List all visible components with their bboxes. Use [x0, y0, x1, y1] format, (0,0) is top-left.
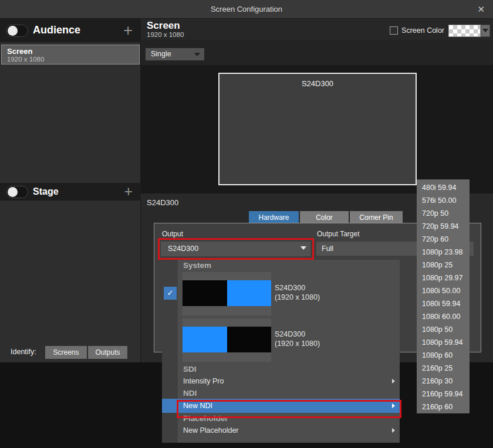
screen-title: Screen [147, 20, 180, 32]
title-bar: Screen Configuration ✕ [0, 0, 493, 19]
output-target-dropdown-value: Full [322, 245, 333, 253]
chevron-down-icon [482, 29, 488, 32]
check-icon: ✓ [164, 287, 177, 300]
output-menu-item-new-placeholder[interactable]: New Placeholder [162, 424, 400, 437]
identify-screens-button[interactable]: Screens [45, 346, 87, 359]
audience-section-header: Audience + [0, 19, 141, 42]
resolution-menu: 480i 59.94576i 50.00720p 50720p 59.94720… [417, 179, 470, 413]
layout-dropdown-value: Single [151, 50, 171, 58]
output-menu-display-option[interactable]: S24D300(1920 x 1080) [178, 317, 400, 364]
display-option-resolution: (1920 x 1080) [275, 339, 320, 348]
layout-toolbar: Single [141, 40, 493, 65]
screen-color-control: Screen Color [390, 24, 490, 37]
submenu-arrow-icon [392, 428, 395, 433]
resolution-menu-item[interactable]: 1080p 29.97 [417, 271, 470, 284]
resolution-menu-item[interactable]: 1080p 59.94 [417, 336, 470, 349]
display-option-resolution: (1920 x 1080) [275, 293, 320, 302]
resolution-menu-item[interactable]: 2160p 60 [417, 401, 470, 413]
stage-section-header: Stage + [0, 183, 141, 201]
display-option-name: S24D300 [275, 283, 320, 293]
audience-toggle[interactable] [6, 25, 28, 37]
monitor-black [183, 280, 227, 306]
display-option-label: S24D300(1920 x 1080) [275, 330, 320, 348]
screen-color-checkbox[interactable] [390, 26, 398, 35]
window-title: Screen Configuration [0, 5, 493, 13]
screen-preview-label: S24D300 [220, 79, 416, 88]
tab-hardware[interactable]: Hardware [249, 211, 299, 224]
resolution-menu-item[interactable]: 2160p 25 [417, 362, 470, 375]
screen-configuration-window: Screen Configuration ✕ Audience + Screen… [0, 0, 493, 448]
screen-header: Screen 1920 x 1080 Screen Color [141, 19, 493, 40]
resolution-menu-item[interactable]: 1080i 59.94 [417, 297, 470, 310]
close-icon[interactable]: ✕ [477, 4, 485, 15]
resolution-menu-item[interactable]: 1080p 50 [417, 323, 470, 336]
display-thumbnail-monitors [183, 327, 271, 352]
monitor-blue [183, 327, 227, 352]
resolution-menu-item[interactable]: 2160p 59.94 [417, 388, 470, 401]
add-audience-screen-icon[interactable]: + [123, 23, 133, 39]
highlight-box-new-ndi [177, 400, 401, 418]
toggle-knob [8, 26, 18, 36]
display-option-name: S24D300 [275, 330, 320, 339]
output-section-title: S24D300 [147, 198, 178, 207]
layout-dropdown[interactable]: Single [146, 48, 204, 60]
output-menu-section-header-system: System [178, 260, 400, 271]
resolution-menu-item[interactable]: 1080i 60.00 [417, 310, 470, 323]
sidebar: Audience + Screen 1920 x 1080 Stage + Id… [0, 19, 141, 362]
add-stage-screen-icon[interactable]: + [124, 184, 133, 199]
display-thumbnail [183, 272, 271, 315]
monitor-blue [227, 280, 272, 306]
screen-color-dropdown-button[interactable] [481, 25, 490, 37]
highlight-box-output-dropdown [158, 238, 314, 260]
resolution-menu-item[interactable]: 720p 60 [417, 233, 470, 246]
output-menu-display-option[interactable]: ✓S24D300(1920 x 1080) [178, 271, 400, 317]
stage-toggle[interactable] [6, 186, 28, 198]
display-option-label: S24D300(1920 x 1080) [275, 283, 320, 302]
output-menu-item-intensity-pro[interactable]: Intensity Pro [162, 375, 400, 388]
monitor-black [227, 327, 272, 352]
resolution-menu-item[interactable]: 2160p 30 [417, 375, 470, 388]
identify-outputs-button[interactable]: Outputs [88, 346, 127, 359]
screen-arrangement-canvas: S24D300 [141, 65, 493, 194]
resolution-menu-item[interactable]: 1080i 50.00 [417, 284, 470, 297]
resolution-menu-item[interactable]: 1080p 25 [417, 259, 470, 271]
menu-item-label: Intensity Pro [183, 377, 224, 385]
screen-item-name: Screen [7, 47, 139, 56]
resolution-menu-item[interactable]: 1080p 23.98 [417, 246, 470, 259]
screen-color-label: Screen Color [401, 26, 444, 35]
output-target-field-label: Output Target [317, 230, 360, 238]
display-thumbnail-monitors [183, 280, 271, 306]
screen-preview[interactable]: S24D300 [218, 73, 417, 185]
submenu-arrow-icon [392, 379, 395, 383]
tab-color[interactable]: Color [300, 211, 349, 224]
screen-resolution: 1920 x 1080 [147, 31, 184, 38]
sidebar-item-screen[interactable]: Screen 1920 x 1080 [1, 45, 140, 65]
resolution-menu-item[interactable]: 720p 59.94 [417, 220, 470, 233]
resolution-menu-item[interactable]: 1080p 60 [417, 349, 470, 362]
output-menu-section-header-sdi: SDI [178, 364, 400, 375]
tab-corner-pin[interactable]: Corner Pin [350, 211, 403, 224]
toggle-knob [8, 187, 18, 197]
chevron-down-icon [194, 53, 200, 56]
resolution-menu-item[interactable]: 720p 50 [417, 207, 470, 220]
screen-item-resolution: 1920 x 1080 [7, 56, 139, 63]
output-field-label: Output [162, 230, 183, 238]
stage-label: Stage [33, 186, 59, 197]
audience-label: Audience [33, 24, 80, 36]
resolution-menu-item[interactable]: 480i 59.94 [417, 181, 470, 194]
display-thumbnail [183, 318, 271, 362]
resolution-menu-item[interactable]: 576i 50.00 [417, 194, 470, 207]
screen-color-swatch[interactable] [448, 25, 481, 37]
menu-item-label: New Placeholder [183, 426, 239, 435]
identify-label: Identify: [11, 348, 36, 356]
identify-row: Identify: Screens Outputs [0, 345, 141, 360]
output-menu-section-header-ndi: NDI [178, 388, 400, 399]
